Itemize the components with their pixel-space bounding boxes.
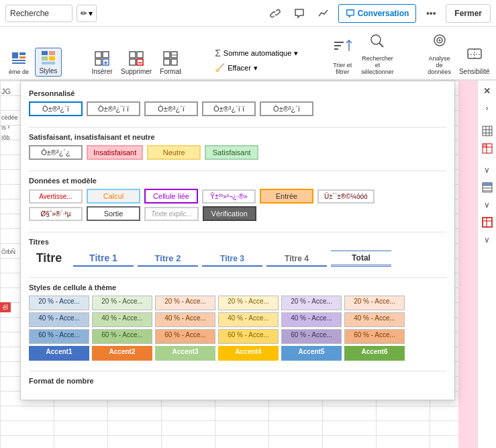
accent-cell-r0-c0[interactable]: 20 % - Acce... bbox=[29, 296, 89, 310]
sensibilite-icon bbox=[465, 45, 484, 66]
theme-row-60: 60 % - Acce...60 % - Acce...60 % - Acce.… bbox=[29, 329, 446, 344]
ribbon-item-theme[interactable]: ème de bbox=[5, 50, 32, 77]
accent-cell-r0-c4[interactable]: 20 % - Acce... bbox=[281, 296, 342, 310]
svg-line-31 bbox=[379, 43, 383, 47]
somme-auto-btn[interactable]: Σ Somme automatique ▾ bbox=[211, 46, 302, 60]
style-donnees[interactable]: Ø§ˆ»®´·²µ bbox=[29, 207, 83, 221]
accent-cell-r1-c1[interactable]: 40 % - Acce... bbox=[92, 312, 152, 327]
ribbon-item-supprimer[interactable]: Supprimer bbox=[118, 49, 154, 77]
style-personnalise-3[interactable]: Ò±®³¿´ï bbox=[144, 101, 198, 116]
chevron-down-right-3[interactable]: ∨ bbox=[480, 232, 495, 247]
style-personnalise-1[interactable]: Ò±®³¿´ï bbox=[29, 101, 83, 116]
accent-cell-r1-c3[interactable]: 40 % - Acce... bbox=[218, 312, 279, 327]
style-titre1[interactable]: Titre 1 bbox=[73, 251, 134, 267]
search-label: Recherche bbox=[10, 9, 68, 18]
svg-rect-9 bbox=[42, 62, 55, 64]
svg-rect-19 bbox=[137, 59, 143, 65]
ribbon-item-format[interactable]: Format bbox=[157, 49, 184, 77]
personnalise-row: Ò±®³¿´ï Ò±®³¿´ï ï Ò±®³¿´ï Ò±®³¿´ï ï Ò±®³… bbox=[29, 101, 446, 116]
table-icon-4[interactable] bbox=[480, 215, 495, 230]
style-titre4[interactable]: Titre 4 bbox=[266, 252, 327, 267]
style-titre3[interactable]: Titre 3 bbox=[202, 252, 262, 267]
divider-2 bbox=[29, 171, 446, 171]
style-entree-complexe[interactable]: Ŷ±³³»²¬¿·®» bbox=[202, 189, 256, 204]
style-donnees-col6[interactable]: Ú±´´±®©¼óóó bbox=[317, 189, 375, 204]
chevron-down-icon: ▾ bbox=[89, 9, 93, 18]
expand-right-icon[interactable]: › bbox=[480, 101, 495, 116]
chevron-down-right-2[interactable]: ∨ bbox=[480, 197, 495, 212]
svg-point-30 bbox=[371, 35, 381, 44]
inserer-icon bbox=[94, 50, 110, 66]
accent-cell-r2-c4[interactable]: 60 % - Acce... bbox=[281, 329, 342, 344]
accent-cell-r2-c5[interactable]: 60 % - Acce... bbox=[344, 329, 405, 344]
edit-icon-btn[interactable]: ✏ ▾ bbox=[77, 5, 97, 22]
accent-cell-r3-c2[interactable]: Accent3 bbox=[155, 346, 215, 361]
style-verification[interactable]: Vérification bbox=[203, 206, 256, 221]
style-personnalise-5[interactable]: Ò±®³¿´ï bbox=[260, 101, 313, 116]
edit-icon: ✏ bbox=[81, 9, 87, 18]
svg-rect-44 bbox=[483, 144, 487, 147]
style-cellule-liee[interactable]: Cellule liée bbox=[144, 189, 198, 204]
ribbon-item-inserer[interactable]: Insérer bbox=[89, 49, 115, 77]
accent-cell-r0-c2[interactable]: 20 % - Acce... bbox=[155, 296, 215, 310]
style-texte-expl[interactable]: Texte explic... bbox=[144, 207, 199, 221]
ribbon-item-analyse[interactable]: Analyse de données bbox=[424, 31, 456, 77]
fermer-button[interactable]: Fermer bbox=[446, 4, 491, 23]
accent-cell-r2-c1[interactable]: 60 % - Acce... bbox=[92, 329, 152, 344]
effacer-icon: 🧹 bbox=[215, 63, 225, 73]
style-satisfaisant[interactable]: Satisfaisant bbox=[205, 145, 258, 160]
search-box[interactable]: Recherche bbox=[5, 5, 72, 22]
conversation-btn[interactable]: Conversation bbox=[338, 4, 417, 23]
accent-cell-r2-c3[interactable]: 60 % - Acce... bbox=[218, 329, 279, 344]
style-titre2[interactable]: Titre 2 bbox=[138, 251, 198, 267]
table-icon-3[interactable] bbox=[480, 180, 495, 195]
style-total[interactable]: Total bbox=[331, 251, 391, 267]
accent-cell-r3-c4[interactable]: Accent5 bbox=[281, 346, 342, 361]
style-personnalise-2[interactable]: Ò±®³¿´ï ï bbox=[87, 101, 140, 116]
ribbon-item-trier[interactable]: Trier et filtrer bbox=[329, 38, 356, 77]
accent-cell-r0-c5[interactable]: 20 % - Acce... bbox=[344, 296, 405, 310]
accent-cell-r1-c5[interactable]: 40 % - Acce... bbox=[344, 312, 405, 327]
style-avertissement[interactable]: Avertisse... bbox=[29, 189, 83, 204]
right-panel: ✕ › ∨ bbox=[477, 81, 496, 448]
style-titre[interactable]: Titre bbox=[29, 250, 69, 267]
accent-cell-r1-c4[interactable]: 40 % - Acce... bbox=[281, 312, 342, 327]
styles-label: Styles bbox=[39, 67, 57, 75]
style-personnalise-4[interactable]: Ò±®³¿´ï ï bbox=[202, 101, 256, 116]
table-icon-2[interactable] bbox=[480, 141, 495, 156]
chart-icon-btn[interactable] bbox=[314, 4, 333, 23]
style-insatisfaisant[interactable]: Insatisfaisant bbox=[87, 145, 143, 160]
accent-cell-r3-c5[interactable]: Accent6 bbox=[344, 346, 405, 361]
effacer-btn[interactable]: 🧹 Effacer ▾ bbox=[211, 62, 302, 74]
table-red-icon bbox=[482, 143, 493, 154]
style-sortie[interactable]: Sortie bbox=[87, 206, 140, 221]
svg-rect-6 bbox=[49, 51, 55, 55]
accent-cell-r2-c0[interactable]: 60 % - Acce... bbox=[29, 329, 89, 344]
accent-cell-r1-c0[interactable]: 40 % - Acce... bbox=[29, 312, 89, 327]
sigma-icon: Σ bbox=[215, 48, 221, 58]
table-icon-1[interactable] bbox=[480, 124, 495, 138]
divider-5 bbox=[29, 371, 446, 371]
link-icon-btn[interactable] bbox=[266, 4, 285, 23]
accent-cell-r3-c0[interactable]: Accent1 bbox=[29, 346, 89, 361]
chat-icon-btn[interactable] bbox=[290, 4, 309, 23]
accent-cell-r3-c3[interactable]: Accent4 bbox=[218, 346, 279, 361]
ribbon-item-styles[interactable]: Styles bbox=[35, 48, 62, 77]
svg-rect-5 bbox=[42, 51, 48, 55]
accent-cell-r1-c2[interactable]: 40 % - Acce... bbox=[155, 312, 215, 327]
accent-cell-r0-c1[interactable]: 20 % - Acce... bbox=[92, 296, 152, 310]
ribbon-item-rechercher[interactable]: Rechercher et sélectionner bbox=[358, 31, 397, 77]
accent-cell-r2-c2[interactable]: 60 % - Acce... bbox=[155, 329, 215, 344]
conversation-btn-icon bbox=[346, 9, 355, 18]
ribbon-group-sort: Trier et filtrer Rechercher et sélection… bbox=[329, 31, 397, 77]
close-icon[interactable]: ✕ bbox=[480, 83, 495, 98]
ribbon-item-sensibilite[interactable]: Sensibilité bbox=[458, 44, 491, 77]
chevron-down-right-1[interactable]: ∨ bbox=[480, 163, 495, 177]
accent-cell-r0-c3[interactable]: 20 % - Acce... bbox=[218, 296, 279, 310]
style-satisfaisant-base[interactable]: Ò±®³¿´¿ bbox=[29, 145, 83, 160]
style-neutre[interactable]: Neutre bbox=[147, 145, 201, 160]
accent-cell-r3-c1[interactable]: Accent2 bbox=[92, 346, 152, 361]
style-calcul[interactable]: Calcul bbox=[87, 189, 140, 204]
style-entree[interactable]: Entrée bbox=[260, 189, 313, 204]
more-icon-btn[interactable]: ••• bbox=[421, 4, 440, 23]
